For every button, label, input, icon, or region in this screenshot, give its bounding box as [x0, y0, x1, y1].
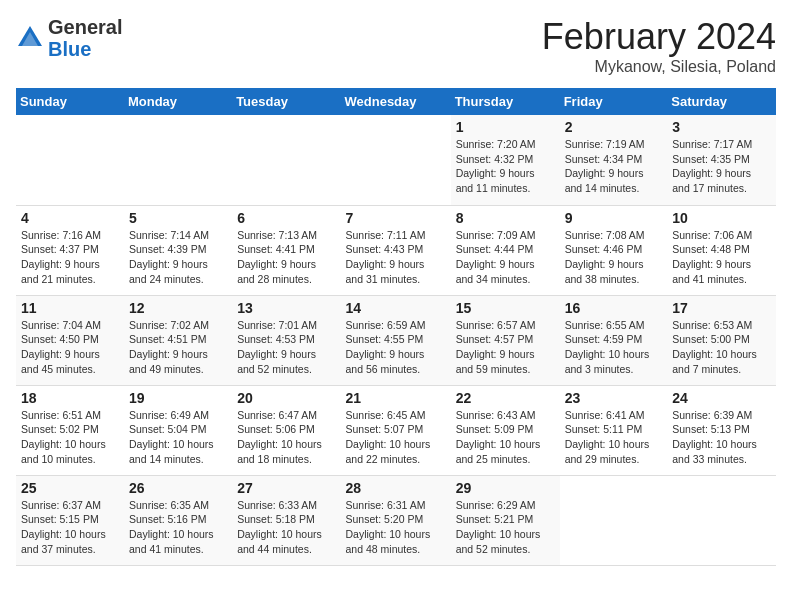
calendar-cell: 4Sunrise: 7:16 AM Sunset: 4:37 PM Daylig…	[16, 205, 124, 295]
calendar-cell	[124, 115, 232, 205]
logo-blue: Blue	[48, 38, 91, 60]
day-info: Sunrise: 6:57 AM Sunset: 4:57 PM Dayligh…	[456, 318, 555, 377]
calendar-cell: 24Sunrise: 6:39 AM Sunset: 5:13 PM Dayli…	[667, 385, 776, 475]
weekday-header-friday: Friday	[560, 88, 668, 115]
day-info: Sunrise: 7:20 AM Sunset: 4:32 PM Dayligh…	[456, 137, 555, 196]
day-info: Sunrise: 6:31 AM Sunset: 5:20 PM Dayligh…	[346, 498, 446, 557]
day-info: Sunrise: 7:08 AM Sunset: 4:46 PM Dayligh…	[565, 228, 663, 287]
calendar-cell: 14Sunrise: 6:59 AM Sunset: 4:55 PM Dayli…	[341, 295, 451, 385]
calendar-cell: 27Sunrise: 6:33 AM Sunset: 5:18 PM Dayli…	[232, 475, 340, 565]
calendar-cell: 29Sunrise: 6:29 AM Sunset: 5:21 PM Dayli…	[451, 475, 560, 565]
logo-general: General	[48, 16, 122, 38]
day-info: Sunrise: 7:02 AM Sunset: 4:51 PM Dayligh…	[129, 318, 227, 377]
day-number: 24	[672, 390, 771, 406]
day-number: 26	[129, 480, 227, 496]
calendar-cell: 6Sunrise: 7:13 AM Sunset: 4:41 PM Daylig…	[232, 205, 340, 295]
calendar-cell: 21Sunrise: 6:45 AM Sunset: 5:07 PM Dayli…	[341, 385, 451, 475]
day-number: 2	[565, 119, 663, 135]
day-number: 12	[129, 300, 227, 316]
day-number: 28	[346, 480, 446, 496]
weekday-header-sunday: Sunday	[16, 88, 124, 115]
day-info: Sunrise: 6:55 AM Sunset: 4:59 PM Dayligh…	[565, 318, 663, 377]
calendar-table: SundayMondayTuesdayWednesdayThursdayFrid…	[16, 88, 776, 566]
calendar-cell: 18Sunrise: 6:51 AM Sunset: 5:02 PM Dayli…	[16, 385, 124, 475]
day-info: Sunrise: 6:51 AM Sunset: 5:02 PM Dayligh…	[21, 408, 119, 467]
logo-icon	[16, 24, 44, 52]
day-number: 15	[456, 300, 555, 316]
weekday-header-wednesday: Wednesday	[341, 88, 451, 115]
day-info: Sunrise: 6:59 AM Sunset: 4:55 PM Dayligh…	[346, 318, 446, 377]
logo-text: General Blue	[48, 16, 122, 60]
weekday-header-row: SundayMondayTuesdayWednesdayThursdayFrid…	[16, 88, 776, 115]
day-number: 6	[237, 210, 335, 226]
calendar-week-row: 18Sunrise: 6:51 AM Sunset: 5:02 PM Dayli…	[16, 385, 776, 475]
day-number: 11	[21, 300, 119, 316]
calendar-cell: 17Sunrise: 6:53 AM Sunset: 5:00 PM Dayli…	[667, 295, 776, 385]
weekday-header-saturday: Saturday	[667, 88, 776, 115]
page-header: General Blue February 2024 Mykanow, Sile…	[16, 16, 776, 76]
calendar-cell: 16Sunrise: 6:55 AM Sunset: 4:59 PM Dayli…	[560, 295, 668, 385]
day-number: 14	[346, 300, 446, 316]
day-info: Sunrise: 7:01 AM Sunset: 4:53 PM Dayligh…	[237, 318, 335, 377]
day-info: Sunrise: 6:43 AM Sunset: 5:09 PM Dayligh…	[456, 408, 555, 467]
calendar-cell: 3Sunrise: 7:17 AM Sunset: 4:35 PM Daylig…	[667, 115, 776, 205]
day-info: Sunrise: 6:41 AM Sunset: 5:11 PM Dayligh…	[565, 408, 663, 467]
weekday-header-monday: Monday	[124, 88, 232, 115]
calendar-week-row: 11Sunrise: 7:04 AM Sunset: 4:50 PM Dayli…	[16, 295, 776, 385]
calendar-cell: 7Sunrise: 7:11 AM Sunset: 4:43 PM Daylig…	[341, 205, 451, 295]
day-number: 10	[672, 210, 771, 226]
calendar-cell	[667, 475, 776, 565]
day-info: Sunrise: 6:47 AM Sunset: 5:06 PM Dayligh…	[237, 408, 335, 467]
day-number: 16	[565, 300, 663, 316]
weekday-header-thursday: Thursday	[451, 88, 560, 115]
day-number: 9	[565, 210, 663, 226]
title-block: February 2024 Mykanow, Silesia, Poland	[542, 16, 776, 76]
calendar-cell	[232, 115, 340, 205]
calendar-cell: 9Sunrise: 7:08 AM Sunset: 4:46 PM Daylig…	[560, 205, 668, 295]
calendar-week-row: 1Sunrise: 7:20 AM Sunset: 4:32 PM Daylig…	[16, 115, 776, 205]
calendar-cell: 2Sunrise: 7:19 AM Sunset: 4:34 PM Daylig…	[560, 115, 668, 205]
day-number: 20	[237, 390, 335, 406]
calendar-cell: 8Sunrise: 7:09 AM Sunset: 4:44 PM Daylig…	[451, 205, 560, 295]
calendar-week-row: 25Sunrise: 6:37 AM Sunset: 5:15 PM Dayli…	[16, 475, 776, 565]
calendar-cell: 22Sunrise: 6:43 AM Sunset: 5:09 PM Dayli…	[451, 385, 560, 475]
calendar-cell: 20Sunrise: 6:47 AM Sunset: 5:06 PM Dayli…	[232, 385, 340, 475]
calendar-cell: 10Sunrise: 7:06 AM Sunset: 4:48 PM Dayli…	[667, 205, 776, 295]
day-number: 8	[456, 210, 555, 226]
day-info: Sunrise: 6:45 AM Sunset: 5:07 PM Dayligh…	[346, 408, 446, 467]
calendar-cell: 12Sunrise: 7:02 AM Sunset: 4:51 PM Dayli…	[124, 295, 232, 385]
calendar-cell	[341, 115, 451, 205]
day-info: Sunrise: 7:06 AM Sunset: 4:48 PM Dayligh…	[672, 228, 771, 287]
location-title: Mykanow, Silesia, Poland	[542, 58, 776, 76]
calendar-week-row: 4Sunrise: 7:16 AM Sunset: 4:37 PM Daylig…	[16, 205, 776, 295]
calendar-cell: 28Sunrise: 6:31 AM Sunset: 5:20 PM Dayli…	[341, 475, 451, 565]
calendar-cell: 13Sunrise: 7:01 AM Sunset: 4:53 PM Dayli…	[232, 295, 340, 385]
day-number: 25	[21, 480, 119, 496]
day-number: 3	[672, 119, 771, 135]
day-number: 1	[456, 119, 555, 135]
calendar-cell: 25Sunrise: 6:37 AM Sunset: 5:15 PM Dayli…	[16, 475, 124, 565]
calendar-cell: 5Sunrise: 7:14 AM Sunset: 4:39 PM Daylig…	[124, 205, 232, 295]
weekday-header-tuesday: Tuesday	[232, 88, 340, 115]
day-info: Sunrise: 6:35 AM Sunset: 5:16 PM Dayligh…	[129, 498, 227, 557]
day-info: Sunrise: 6:39 AM Sunset: 5:13 PM Dayligh…	[672, 408, 771, 467]
day-info: Sunrise: 7:17 AM Sunset: 4:35 PM Dayligh…	[672, 137, 771, 196]
day-info: Sunrise: 6:33 AM Sunset: 5:18 PM Dayligh…	[237, 498, 335, 557]
day-number: 7	[346, 210, 446, 226]
day-number: 27	[237, 480, 335, 496]
day-info: Sunrise: 7:11 AM Sunset: 4:43 PM Dayligh…	[346, 228, 446, 287]
calendar-cell: 19Sunrise: 6:49 AM Sunset: 5:04 PM Dayli…	[124, 385, 232, 475]
day-info: Sunrise: 7:16 AM Sunset: 4:37 PM Dayligh…	[21, 228, 119, 287]
day-info: Sunrise: 7:14 AM Sunset: 4:39 PM Dayligh…	[129, 228, 227, 287]
month-title: February 2024	[542, 16, 776, 58]
day-info: Sunrise: 7:13 AM Sunset: 4:41 PM Dayligh…	[237, 228, 335, 287]
day-info: Sunrise: 6:37 AM Sunset: 5:15 PM Dayligh…	[21, 498, 119, 557]
day-number: 29	[456, 480, 555, 496]
day-info: Sunrise: 6:29 AM Sunset: 5:21 PM Dayligh…	[456, 498, 555, 557]
day-number: 5	[129, 210, 227, 226]
calendar-cell	[560, 475, 668, 565]
calendar-cell: 26Sunrise: 6:35 AM Sunset: 5:16 PM Dayli…	[124, 475, 232, 565]
day-info: Sunrise: 6:53 AM Sunset: 5:00 PM Dayligh…	[672, 318, 771, 377]
day-number: 4	[21, 210, 119, 226]
day-number: 22	[456, 390, 555, 406]
